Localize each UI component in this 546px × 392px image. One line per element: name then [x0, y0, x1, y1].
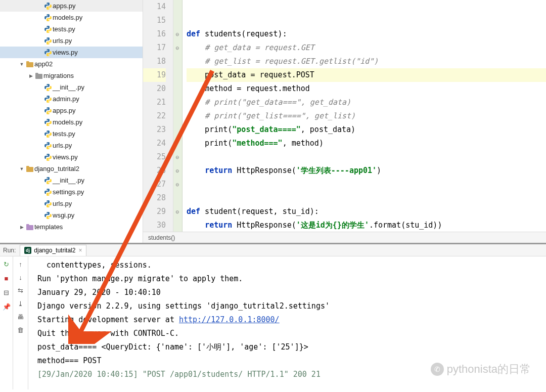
server-url-link[interactable]: http://127.0.0.1:8000/: [179, 315, 280, 324]
tree-file[interactable]: models.py: [0, 116, 143, 128]
folder-icon: [25, 165, 34, 172]
svg-point-18: [47, 130, 47, 131]
code-line[interactable]: method = request.method: [187, 82, 546, 96]
fold-marker[interactable]: ⊖: [174, 154, 180, 160]
svg-point-25: [49, 183, 49, 183]
code-content[interactable]: def students(request): # get_data = requ…: [183, 0, 546, 232]
tree-item-label: models.py: [53, 14, 82, 21]
scroll-icon[interactable]: ⤓: [16, 299, 25, 308]
tree-item-label: migrations: [43, 72, 74, 79]
code-line[interactable]: [187, 14, 546, 27]
tree-file[interactable]: tests.py: [0, 23, 143, 35]
python-file-icon: [43, 153, 53, 161]
fold-marker[interactable]: ⊖: [174, 31, 180, 37]
code-line[interactable]: [187, 178, 546, 191]
tree-file[interactable]: __init__.py: [0, 81, 143, 93]
code-line[interactable]: # get_data = request.GET: [187, 41, 546, 55]
svg-point-26: [47, 189, 47, 189]
tree-file[interactable]: __init__.py: [0, 175, 143, 186]
code-line[interactable]: [187, 191, 546, 205]
tree-file[interactable]: urls.py: [0, 35, 143, 47]
wechat-icon: ✆: [431, 363, 444, 376]
chevron-right-icon[interactable]: ▶: [18, 225, 25, 230]
svg-text:dj: dj: [26, 248, 30, 253]
tree-file[interactable]: urls.py: [0, 198, 143, 209]
code-line[interactable]: # print("get_data===", get_data): [187, 96, 546, 109]
tree-folder[interactable]: ▶templates: [0, 221, 143, 233]
code-line[interactable]: # print("get_list====", get_list): [187, 109, 546, 123]
tree-file[interactable]: models.py: [0, 12, 143, 23]
tree-file[interactable]: views.py: [0, 151, 143, 163]
tree-file[interactable]: settings.py: [0, 186, 143, 198]
chevron-right-icon[interactable]: ▶: [27, 73, 34, 78]
code-line[interactable]: return HttpResponse('这是id为{}的学生'.format(…: [187, 219, 546, 232]
tree-file[interactable]: tests.py: [0, 128, 143, 140]
run-toolbar-2: ↑ ↓ ⇆ ⤓ 🖶 🗑: [13, 256, 28, 389]
code-line[interactable]: def student(request, stu_id):: [187, 205, 546, 219]
code-line[interactable]: def students(request):: [187, 27, 546, 41]
svg-point-22: [47, 154, 47, 154]
pin-icon[interactable]: 📌: [2, 302, 11, 311]
tree-folder[interactable]: ▼app02: [0, 58, 143, 70]
layout-icon[interactable]: ⊟: [2, 288, 11, 297]
code-editor[interactable]: 1415161718192021222324252627282930 ⊖⊖⊖⊖⊖…: [143, 0, 546, 243]
svg-point-14: [47, 107, 47, 108]
watermark-text: pythonista的日常: [447, 362, 531, 377]
fold-marker[interactable]: ⊖: [174, 182, 180, 188]
tree-file[interactable]: apps.py: [0, 105, 143, 116]
console-line: Starting development server at http://12…: [37, 313, 546, 327]
code-line[interactable]: # get_list = request.GET.getlist("id"): [187, 55, 546, 68]
down-icon[interactable]: ↓: [16, 273, 25, 282]
tree-file[interactable]: views.py: [0, 47, 143, 58]
close-icon[interactable]: ×: [78, 247, 82, 254]
code-line[interactable]: post_data = request.POST: [187, 68, 546, 82]
rerun-icon[interactable]: ↻: [2, 259, 11, 269]
svg-point-15: [49, 113, 49, 113]
tree-folder[interactable]: ▶migrations: [0, 70, 143, 81]
code-line[interactable]: [187, 0, 546, 14]
line-number: 19: [143, 68, 166, 82]
svg-point-29: [49, 206, 49, 206]
breadcrumb[interactable]: students(): [143, 232, 546, 243]
tree-file[interactable]: urls.py: [0, 140, 143, 151]
svg-point-21: [49, 148, 49, 148]
breadcrumb-item[interactable]: students(): [148, 234, 175, 241]
line-number: 23: [143, 123, 166, 137]
run-tab[interactable]: dj django_tutrital2 ×: [20, 245, 86, 256]
tree-item-label: views.py: [53, 153, 78, 161]
trash-icon[interactable]: 🗑: [16, 325, 25, 334]
code-line[interactable]: print("method===", method): [187, 137, 546, 150]
fold-marker[interactable]: ⊖: [174, 168, 180, 174]
fold-marker[interactable]: ⊖: [174, 209, 180, 215]
code-line[interactable]: print("post_data====", post_data): [187, 123, 546, 137]
tree-file[interactable]: apps.py: [0, 0, 143, 12]
tree-item-label: settings.py: [53, 188, 84, 196]
tree-file[interactable]: wsgi.py: [0, 209, 143, 221]
console-line: Django version 2.2.9, using settings 'dj…: [37, 299, 546, 313]
line-number: 30: [143, 219, 166, 232]
project-tree[interactable]: apps.pymodels.pytests.pyurls.pyviews.py▼…: [0, 0, 143, 243]
chevron-down-icon[interactable]: ▼: [18, 62, 25, 67]
wrap-icon[interactable]: ⇆: [16, 286, 25, 295]
line-number: 15: [143, 14, 166, 27]
python-file-icon: [43, 130, 53, 138]
code-line[interactable]: [187, 150, 546, 164]
tree-item-label: __init__.py: [53, 83, 84, 91]
python-file-icon: [43, 142, 53, 150]
up-icon[interactable]: ↑: [16, 259, 25, 269]
code-line[interactable]: return HttpResponse('学生列表----app01'): [187, 164, 546, 178]
run-tab-label: django_tutrital2: [34, 247, 75, 254]
tree-folder[interactable]: ▼django_tutrital2: [0, 163, 143, 175]
svg-point-24: [47, 177, 47, 178]
print-icon[interactable]: 🖶: [16, 312, 25, 321]
tree-item-label: urls.py: [53, 142, 72, 149]
tree-item-label: wsgi.py: [53, 211, 74, 219]
watermark: ✆ pythonista的日常: [431, 362, 531, 377]
stop-icon[interactable]: ■: [2, 274, 11, 283]
chevron-down-icon[interactable]: ▼: [18, 166, 25, 171]
tree-file[interactable]: admin.py: [0, 93, 143, 105]
fold-strip[interactable]: ⊖⊖⊖⊖⊖⊖: [173, 0, 183, 232]
fold-marker[interactable]: ⊖: [174, 45, 180, 51]
svg-point-7: [49, 43, 49, 43]
python-file-icon: [43, 200, 53, 208]
